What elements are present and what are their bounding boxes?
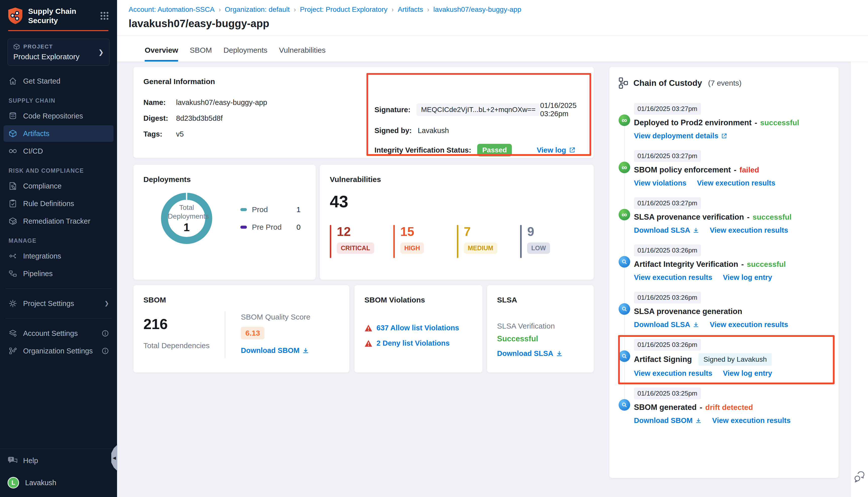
info-icon bbox=[101, 347, 109, 355]
download-sbom-link[interactable]: Download SBOM bbox=[241, 346, 309, 355]
nav-divider bbox=[5, 318, 112, 318]
project-label: PROJECT bbox=[23, 43, 53, 50]
sidebar-item-pipelines[interactable]: Pipelines bbox=[3, 265, 113, 282]
external-link-icon bbox=[569, 146, 576, 154]
severity-bar bbox=[520, 225, 522, 258]
sidebar-item-project-settings[interactable]: Project Settings ❯ bbox=[3, 295, 113, 312]
breadcrumb-project[interactable]: Project: Product Exploratory bbox=[300, 5, 388, 14]
cd-module-icon: ∞ bbox=[619, 162, 630, 173]
download-slsa-link[interactable]: Download SLSA bbox=[497, 350, 563, 358]
breadcrumb-separator: › bbox=[219, 6, 221, 14]
view-execution-results-link[interactable]: View execution results bbox=[710, 321, 788, 329]
view-execution-results-link[interactable]: View execution results bbox=[710, 226, 788, 235]
event-timestamp: 01/16/2025 03:26pm bbox=[634, 292, 701, 303]
slsa-verification-status: Successful bbox=[497, 334, 584, 343]
view-violations-link[interactable]: View violations bbox=[634, 179, 686, 187]
tags-value: v5 bbox=[176, 130, 184, 138]
breadcrumb-account[interactable]: Account: Automation-SSCA bbox=[129, 5, 214, 14]
integrations-icon bbox=[8, 253, 17, 259]
sidebar: Supply Chain Security PROJECT Product bbox=[0, 0, 117, 497]
severity-breakdown: 12 CRITICAL 15 HIGH bbox=[330, 225, 584, 258]
svg-text:?: ? bbox=[10, 457, 12, 461]
event-status: drift detected bbox=[705, 403, 753, 412]
chat-support-icon[interactable] bbox=[853, 471, 866, 482]
event-status: successful bbox=[760, 118, 799, 127]
chain-of-custody-panel: Chain of Custody (7 events) 01/16/2025 0… bbox=[609, 67, 839, 478]
ssca-module-icon bbox=[619, 303, 630, 315]
sidebar-item-integrations[interactable]: Integrations bbox=[3, 248, 113, 264]
title-divider bbox=[117, 36, 868, 36]
nav-section-manage: MANAGE bbox=[9, 238, 113, 244]
signature-value[interactable]: MEQCICde2VjIT...bL+2+mqnOXw== bbox=[417, 103, 540, 116]
sidebar-item-rule-definitions[interactable]: Rule Definitions bbox=[3, 195, 113, 212]
tab-deployments[interactable]: Deployments bbox=[224, 46, 267, 61]
sidebar-item-cicd[interactable]: CI/CD bbox=[3, 143, 113, 159]
tab-overview[interactable]: Overview bbox=[145, 46, 178, 61]
view-log-entry-link[interactable]: View log entry bbox=[723, 273, 772, 282]
severity-bar bbox=[330, 225, 331, 258]
event-timestamp: 01/16/2025 03:27pm bbox=[634, 197, 701, 209]
view-execution-results-link[interactable]: View execution results bbox=[634, 273, 712, 282]
event-sbom-policy-enforcement: 01/16/2025 03:27pm ∞ SBOM policy enforce… bbox=[618, 150, 829, 187]
severity-bar bbox=[457, 225, 458, 258]
ssca-module-icon bbox=[619, 351, 630, 362]
view-deployment-details-link[interactable]: View deployment details bbox=[634, 132, 727, 140]
sidebar-item-artifacts[interactable]: Artifacts bbox=[3, 125, 113, 142]
download-slsa-link[interactable]: Download SLSA bbox=[634, 321, 699, 329]
project-selector[interactable]: PROJECT Product Exploratory ❯ bbox=[8, 39, 110, 66]
view-log-link[interactable]: View log bbox=[537, 146, 576, 154]
sidebar-item-get-started[interactable]: Get Started bbox=[3, 73, 113, 89]
card-title: SLSA bbox=[497, 296, 584, 304]
sidebar-item-compliance[interactable]: Compliance bbox=[3, 178, 113, 194]
app-title: Supply Chain Security bbox=[28, 6, 81, 25]
tab-sbom[interactable]: SBOM bbox=[190, 46, 212, 61]
download-sbom-link[interactable]: Download SBOM bbox=[634, 416, 702, 425]
vulnerabilities-card: Vulnerabilities 43 12 CRITICAL bbox=[320, 165, 594, 280]
sidebar-item-code-repositories[interactable]: </> Code Repositories bbox=[3, 108, 113, 124]
sbom-violations-card: SBOM Violations 637 Allow list Violation… bbox=[354, 285, 483, 373]
warning-triangle-icon bbox=[364, 340, 373, 347]
app-logo-row: Supply Chain Security bbox=[0, 0, 117, 30]
deny-list-violations-link[interactable]: 2 Deny list Violations bbox=[364, 339, 473, 347]
severity-badge: HIGH bbox=[400, 242, 424, 254]
view-execution-results-link[interactable]: View execution results bbox=[712, 416, 790, 425]
avatar: L bbox=[8, 477, 19, 488]
help-button[interactable]: ? Help bbox=[8, 456, 110, 465]
view-execution-results-link[interactable]: View execution results bbox=[634, 369, 712, 378]
download-slsa-link[interactable]: Download SLSA bbox=[634, 226, 699, 235]
deployments-donut-chart: Total Deployments 1 bbox=[161, 193, 212, 244]
cd-module-icon: ∞ bbox=[619, 114, 630, 126]
event-status: failed bbox=[739, 166, 759, 174]
sbom-card: SBOM 216 Total Dependencies SBOM Quality… bbox=[133, 285, 350, 373]
app-root: Supply Chain Security PROJECT Product bbox=[0, 0, 868, 497]
event-artifact-signing: 01/16/2025 03:26pm Artifact Signing Sign… bbox=[618, 339, 829, 378]
cube-icon bbox=[8, 129, 17, 138]
severity-high: 15 HIGH bbox=[393, 225, 457, 258]
breadcrumb: Account: Automation-SSCA › Organization:… bbox=[117, 0, 868, 14]
view-execution-results-link[interactable]: View execution results bbox=[697, 179, 775, 187]
donut-center-label: Total Deployments bbox=[168, 203, 206, 221]
digest-value: 8d23bd3b5d8f bbox=[176, 114, 223, 123]
ssca-module-icon bbox=[619, 399, 630, 411]
breadcrumb-current[interactable]: lavakush07/easy-buggy-app bbox=[433, 5, 521, 14]
severity-bar bbox=[393, 225, 395, 258]
view-log-entry-link[interactable]: View log entry bbox=[723, 369, 772, 378]
breadcrumb-organization[interactable]: Organization: default bbox=[225, 5, 290, 14]
event-deployed-prod2: 01/16/2025 03:27pm ∞ Deployed to Prod2 e… bbox=[618, 103, 829, 140]
chain-of-custody-event-count: (7 events) bbox=[708, 79, 741, 87]
user-menu[interactable]: L Lavakush bbox=[8, 477, 110, 488]
allow-list-violations-link[interactable]: 637 Allow list Violations bbox=[364, 324, 473, 332]
sidebar-item-account-settings[interactable]: Account Settings bbox=[3, 325, 113, 342]
signed-by-value: Lavakush bbox=[418, 127, 449, 135]
module-grid-icon[interactable] bbox=[99, 11, 110, 21]
status-badge-passed: Passed bbox=[477, 144, 512, 156]
card-title: Vulnerabilities bbox=[330, 175, 584, 184]
sidebar-item-organization-settings[interactable]: Organization Settings bbox=[3, 343, 113, 359]
slsa-verification-label: SLSA Verification bbox=[497, 322, 584, 330]
breadcrumb-artifacts[interactable]: Artifacts bbox=[397, 5, 423, 14]
integrity-status-label: Integrity Verification Status: bbox=[375, 146, 471, 154]
tab-vulnerabilities[interactable]: Vulnerabilities bbox=[279, 46, 326, 61]
sidebar-item-remediation-tracker[interactable]: Remediation Tracker bbox=[3, 213, 113, 229]
page-header: Account: Automation-SSCA › Organization:… bbox=[117, 0, 868, 61]
legend-item-prod: Prod 1 bbox=[240, 205, 300, 214]
